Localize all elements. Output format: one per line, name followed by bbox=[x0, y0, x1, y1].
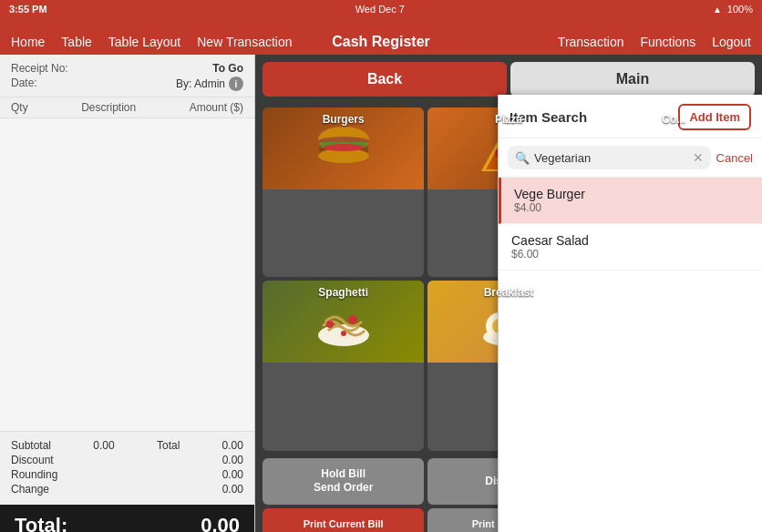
category-pizza-label: Pizza bbox=[427, 113, 589, 126]
category-breakfast-label: Breakfast bbox=[427, 286, 589, 299]
change-label: Change bbox=[11, 483, 49, 496]
nav-table-layout[interactable]: Table Layout bbox=[108, 35, 180, 49]
svg-point-17 bbox=[326, 321, 334, 328]
amount-header: Amount ($) bbox=[190, 101, 243, 114]
search-results: Vege Burger $4.00 Caesar Salad $6.00 bbox=[499, 178, 762, 532]
back-button[interactable]: Back bbox=[263, 62, 507, 97]
nav-logout[interactable]: Logout bbox=[712, 35, 751, 49]
result-price: $4.00 bbox=[514, 201, 749, 214]
item-search-panel: Item Search Add Item 🔍 ✕ Cancel Vege Bur… bbox=[498, 95, 762, 532]
status-date: Wed Dec 7 bbox=[355, 4, 405, 15]
search-result-caesar-salad[interactable]: Caesar Salad $6.00 bbox=[499, 224, 762, 271]
result-name: Vege Burger bbox=[514, 187, 749, 201]
result-price: $6.00 bbox=[511, 248, 749, 261]
hold-bill-button[interactable]: Hold Bill Send Order bbox=[263, 458, 424, 505]
category-spaghetti-label: Spaghetti bbox=[263, 286, 424, 299]
search-icon: 🔍 bbox=[515, 151, 530, 165]
rounding-label: Rounding bbox=[11, 468, 57, 481]
receipt-to-go: To Go bbox=[212, 62, 243, 75]
discount-value: 0.00 bbox=[222, 454, 243, 466]
total-value: 0.00 bbox=[222, 439, 243, 452]
category-cold-label: Co... bbox=[593, 113, 755, 126]
receipt-no-label: Receipt No: bbox=[11, 62, 68, 75]
cancel-button[interactable]: Cancel bbox=[716, 151, 753, 165]
app-title: Cash Register bbox=[332, 34, 430, 50]
nav-table[interactable]: Table bbox=[61, 35, 91, 49]
receipt-panel: Receipt No: To Go Date: By: Admin i Qty … bbox=[0, 55, 255, 532]
nav-transaction[interactable]: Transaction bbox=[558, 35, 624, 49]
svg-point-18 bbox=[348, 315, 357, 324]
total-label: Total bbox=[157, 439, 180, 452]
clear-search-button[interactable]: ✕ bbox=[693, 150, 704, 165]
subtotal-label: Subtotal bbox=[11, 439, 51, 452]
date-label: Date: bbox=[11, 77, 37, 91]
search-result-vege-burger[interactable]: Vege Burger $4.00 bbox=[499, 178, 762, 224]
category-burgers[interactable]: Burgers bbox=[263, 107, 424, 277]
result-name: Caesar Salad bbox=[511, 233, 749, 248]
nav-functions[interactable]: Functions bbox=[640, 35, 695, 49]
search-input[interactable] bbox=[534, 151, 688, 165]
receipt-body bbox=[0, 118, 254, 431]
nav-home[interactable]: Home bbox=[11, 35, 45, 49]
battery-status: 100% bbox=[727, 4, 753, 15]
subtotal-value: 0.00 bbox=[93, 439, 114, 452]
main-button[interactable]: Main bbox=[510, 62, 755, 97]
rounding-value: 0.00 bbox=[222, 468, 243, 481]
print-bill-button[interactable]: Print Current Bill bbox=[263, 508, 424, 532]
svg-point-5 bbox=[324, 144, 364, 151]
by-admin: By: Admin bbox=[176, 77, 225, 90]
qty-header: Qty bbox=[11, 101, 28, 114]
category-burgers-label: Burgers bbox=[263, 113, 424, 126]
grand-total-label: Total: bbox=[15, 514, 67, 532]
wifi-icon: ▲ bbox=[713, 5, 722, 15]
description-header: Description bbox=[81, 101, 136, 114]
change-value: 0.00 bbox=[222, 483, 243, 496]
grand-total-value: 0.00 bbox=[201, 514, 240, 532]
svg-point-19 bbox=[341, 331, 346, 336]
discount-label: Discount bbox=[11, 454, 54, 466]
info-icon[interactable]: i bbox=[229, 77, 243, 91]
category-spaghetti[interactable]: Spaghetti bbox=[263, 281, 424, 450]
status-time: 3:55 PM bbox=[9, 4, 47, 15]
nav-new-transaction[interactable]: New Transaction bbox=[197, 35, 292, 49]
